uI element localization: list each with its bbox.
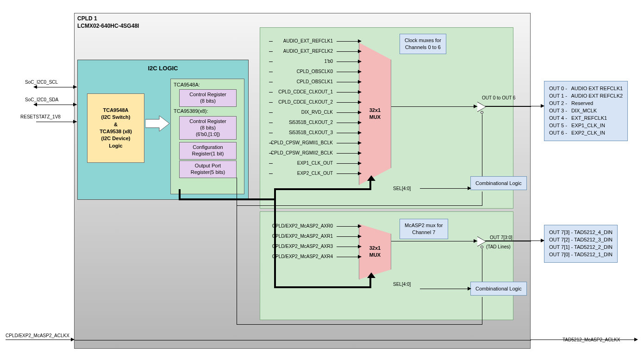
ctrl-reg-a-text: Control Register (8 bits) — [189, 92, 226, 104]
cpld-container: CPLD 1 LCMX02-640HC-4SG48I I2C LOGIC TCA… — [74, 13, 531, 349]
wire-aclkx-left — [6, 340, 74, 340]
tca-block-text: TCA9548A (I2C Switch) & TCA9538 (x8) (I2… — [100, 107, 132, 149]
wire-sda — [36, 105, 77, 105]
arrow-mux1-out — [474, 105, 477, 108]
mux1-input-wire-6 — [337, 102, 359, 103]
wire-feedback2 — [237, 324, 482, 325]
mux1-input-arrow-4 — [358, 80, 362, 84]
arrow-sel1-comb — [468, 186, 471, 190]
mux1-input-arrow-2 — [358, 60, 362, 63]
wire-out2-ext — [485, 241, 544, 241]
mux1-input-11: CPLD_CPSW_RGMII2_BCLK — [264, 150, 333, 155]
buffer-1-icon — [477, 102, 486, 111]
thick-arrow-sel2 — [367, 272, 375, 278]
arrow-rst — [73, 120, 77, 124]
wire-comb1-down — [482, 191, 482, 205]
ext-scl: SoC_I2C0_SCL — [25, 80, 58, 85]
mux1-input-wire-13 — [337, 173, 359, 174]
arrow-scl-r — [73, 85, 77, 89]
buffer2-bubble — [481, 246, 483, 248]
mux1-input-8: Si5351B_CLKOUT_2 — [264, 120, 333, 125]
arrow-aclkx-out — [634, 338, 638, 341]
cfg-reg-text: Configuration Register(1 bit) — [192, 144, 224, 156]
arrow-sel2-comb — [468, 287, 471, 290]
mux1-input-2: 1'b0 — [264, 59, 333, 64]
wire-out1-ext — [485, 106, 544, 106]
mux2-l2: MUX — [369, 252, 381, 259]
mux1-input-arrow-9 — [358, 131, 362, 135]
tca-block: TCA9548A (I2C Switch) & TCA9538 (x8) (I2… — [87, 93, 144, 163]
mux2-input-wire-0 — [337, 226, 359, 227]
tca9538-label: TCA95389(x8): — [174, 108, 208, 114]
thick-to-sel2 — [274, 286, 371, 288]
buffer1-bubble — [481, 111, 483, 114]
mux1-input-4: CPLD_OBSCLK1 — [264, 79, 333, 84]
wire-feedback1 — [237, 205, 482, 206]
mux1-input-wire-2 — [337, 62, 359, 62]
mux1-input-arrow-3 — [358, 70, 362, 74]
mux1-input-wire-7 — [337, 112, 359, 113]
mux1-out-label: OUT 0 to OUT 6 — [482, 95, 515, 100]
buffer-2-icon — [477, 237, 486, 246]
cfg-reg: Configuration Register(1 bit) — [179, 142, 237, 160]
mux1-input-arrow-7 — [358, 111, 362, 114]
white-arrow-icon — [145, 116, 169, 131]
mux2-input-arrow-2 — [358, 245, 362, 248]
mux1-input-wire-8 — [337, 123, 359, 123]
mux1-input-9: Si5351B_CLKOUT_3 — [264, 130, 333, 135]
mux2-input-arrow-3 — [358, 255, 362, 259]
mux1-input-13: EXP2_CLK_OUT — [264, 171, 333, 176]
ext-sda: SoC_I2C0_SDA — [25, 97, 58, 102]
mux1-input-arrow-11 — [358, 151, 362, 155]
mux1-input-12: EXP1_CLK_OUT — [264, 161, 333, 166]
mux2-input-wire-3 — [337, 257, 359, 257]
i2c-logic-block: I2C LOGIC TCA9548A (I2C Switch) & TCA953… — [77, 60, 249, 200]
wire-mux2-out — [391, 241, 477, 241]
wire-mux1-out — [391, 106, 477, 107]
mux2-input-arrow-1 — [358, 235, 362, 238]
mux1-input-arrow-10 — [358, 141, 362, 145]
mux1-input-wire-10 — [337, 143, 359, 143]
mux1-l1: 32x1 — [369, 107, 381, 114]
comb-logic-2: Combinational Logic — [470, 282, 527, 296]
wire-aclkx-right — [531, 340, 637, 340]
wire-comb1-to-buf — [482, 114, 482, 176]
mux1-input-6: CPLD_CDCE_CLKOUT_2 — [264, 99, 333, 105]
mux2-out-label: OUT 7[3:0] — [490, 235, 513, 240]
mux1-input-wire-3 — [337, 72, 359, 72]
mux1-input-arrow-1 — [358, 49, 362, 53]
mux1-input-wire-4 — [337, 82, 359, 82]
mux1-input-arrow-8 — [358, 121, 362, 124]
wire-sel1-to-comb — [420, 188, 470, 189]
mux1-input-wire-1 — [337, 51, 359, 52]
mux1-info: Clock muxes for Channels 0 to 6 — [400, 34, 446, 54]
arrow-sda-r — [73, 103, 77, 106]
mux1-input-wire-9 — [337, 133, 359, 133]
mux2-input-arrow-0 — [358, 224, 362, 228]
mux1-input-arrow-6 — [358, 100, 362, 104]
thick-h1 — [179, 198, 276, 200]
arrow-sda-l — [33, 103, 37, 106]
arrow-out2-ext — [541, 239, 544, 242]
wire-rst — [36, 122, 77, 122]
mux1-input-wire-0 — [337, 41, 359, 42]
arrow-mux2-out — [474, 239, 477, 243]
mux2-info-text: McASP2 mux for Channel 7 — [405, 222, 443, 235]
wire-sel2-to-comb — [420, 289, 470, 289]
mux1-input-0: AUDIO_EXT_REFCLK1 — [264, 38, 333, 43]
mux1-sel: SEL[4:0] — [393, 186, 411, 191]
cpld-title-l1: CPLD 1 — [77, 15, 97, 22]
mux1-input-arrow-12 — [358, 161, 362, 165]
mux1-input-arrow-13 — [358, 172, 362, 175]
mux2-l1: 32x1 — [369, 245, 381, 252]
ext-rst: RESETSTATZ_1V8 — [20, 114, 61, 119]
ctrl-reg-b-text: Control Register (8 bits) (6'b0,[1:0]) — [189, 118, 226, 137]
ctrl-reg-b: Control Register (8 bits) (6'b0,[1:0]) — [179, 116, 237, 140]
mux1-input-wire-5 — [337, 92, 359, 93]
wire-buf1-out — [486, 106, 531, 107]
cpld-title-l2: LCMX02-640HC-4SG48I — [77, 23, 139, 29]
wire-comb2-down — [482, 297, 482, 325]
out-list-1: OUT 0 - AUDIO EXT REFCLK1 OUT 1 - AUDIO … — [544, 81, 628, 141]
register-group: TCA9548A: Control Register (8 bits) TCA9… — [170, 79, 244, 194]
arrow-scl-l — [33, 85, 37, 89]
